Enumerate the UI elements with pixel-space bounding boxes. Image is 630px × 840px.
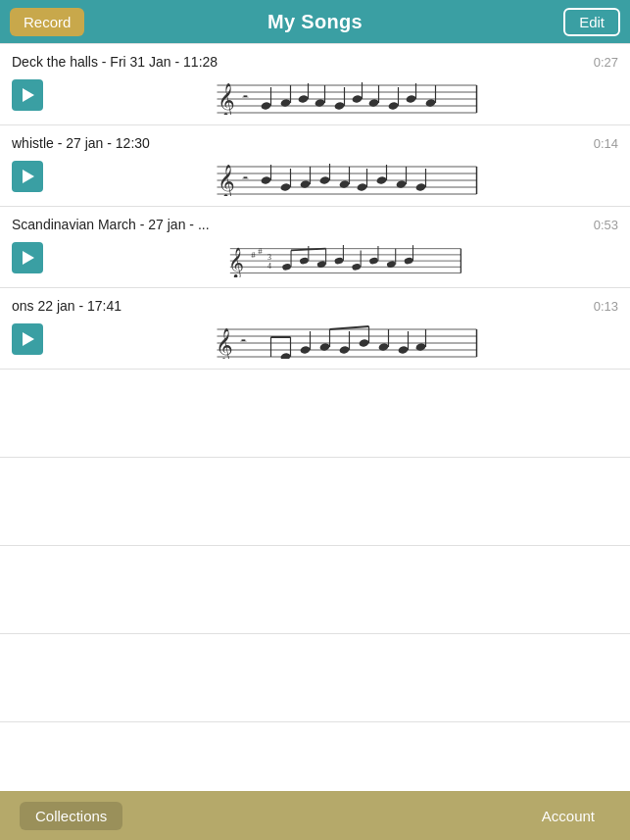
svg-point-47	[376, 175, 387, 184]
svg-text:#: #	[258, 246, 263, 256]
svg-point-23	[406, 94, 416, 103]
svg-point-45	[357, 182, 367, 191]
svg-point-17	[352, 94, 363, 103]
song-header-3: Scandinavian March - 27 jan - ... 0:53	[12, 217, 618, 232]
svg-text:𝄞: 𝄞	[218, 83, 235, 115]
svg-point-75	[368, 257, 378, 265]
song-item-3: Scandinavian March - 27 jan - ... 0:53 𝄞…	[0, 207, 630, 288]
svg-point-101	[359, 338, 369, 347]
song-player-2: 𝄞 𝄼	[12, 157, 618, 196]
svg-line-103	[330, 326, 369, 329]
song-player-4: 𝄞 𝄼	[12, 320, 618, 359]
play-icon-3	[23, 251, 34, 265]
music-notation-4: 𝄞 𝄼	[51, 320, 618, 359]
svg-point-64	[282, 263, 292, 271]
svg-text:𝄼: 𝄼	[240, 339, 247, 342]
record-button[interactable]: Record	[10, 8, 84, 36]
svg-point-21	[388, 101, 399, 110]
song-header-4: ons 22 jan - 17:41 0:13	[12, 298, 618, 314]
account-button[interactable]: Account	[526, 802, 610, 830]
song-title-4: ons 22 jan - 17:41	[12, 298, 121, 314]
play-icon-4	[23, 332, 34, 346]
song-list: Deck the halls - Fri 31 Jan - 11:28 0:27…	[0, 43, 630, 370]
play-icon-2	[23, 170, 34, 183]
music-notation-1: 𝄞 𝄼	[51, 75, 618, 115]
svg-point-7	[261, 101, 271, 110]
empty-rows	[0, 370, 630, 811]
play-icon-1	[23, 88, 34, 102]
svg-point-66	[299, 257, 309, 265]
song-title-1: Deck the halls - Fri 31 Jan - 11:28	[12, 54, 218, 70]
svg-point-106	[398, 345, 409, 354]
song-duration-1: 0:27	[594, 55, 618, 70]
song-title-3: Scandinavian March - 27 jan - ...	[12, 217, 210, 232]
svg-text:#: #	[251, 250, 256, 260]
svg-text:𝄼: 𝄼	[242, 95, 249, 98]
svg-point-15	[334, 101, 345, 110]
music-notation-3: 𝄞 # # 3 4	[51, 238, 618, 277]
empty-row-4	[0, 634, 630, 722]
edit-button[interactable]: Edit	[563, 8, 620, 36]
song-duration-3: 0:53	[594, 218, 618, 232]
svg-point-92	[280, 352, 291, 359]
svg-point-79	[404, 257, 413, 265]
svg-text:3: 3	[267, 253, 271, 262]
music-notation-2: 𝄞 𝄼	[51, 157, 618, 196]
empty-row-2	[0, 458, 630, 546]
play-button-4[interactable]	[12, 323, 43, 355]
play-button-3[interactable]	[12, 242, 43, 273]
empty-row-3	[0, 546, 630, 634]
svg-text:𝄞: 𝄞	[216, 328, 233, 359]
song-header-1: Deck the halls - Fri 31 Jan - 11:28 0:27	[12, 54, 618, 70]
play-button-2[interactable]	[12, 161, 43, 192]
svg-point-95	[300, 345, 311, 354]
svg-point-11	[298, 94, 309, 103]
svg-point-71	[334, 257, 344, 265]
song-header-2: whistle - 27 jan - 12:30 0:14	[12, 135, 618, 151]
song-duration-4: 0:13	[594, 299, 618, 314]
svg-point-41	[319, 175, 330, 184]
play-button-1[interactable]	[12, 79, 43, 111]
footer: Collections Account	[0, 791, 630, 840]
svg-point-73	[352, 263, 362, 271]
song-title-2: whistle - 27 jan - 12:30	[12, 135, 150, 151]
svg-text:4: 4	[267, 262, 271, 271]
svg-text:𝄼: 𝄼	[242, 176, 249, 179]
collections-button[interactable]: Collections	[20, 802, 122, 830]
song-item-1: Deck the halls - Fri 31 Jan - 11:28 0:27…	[0, 44, 630, 125]
svg-text:𝄞: 𝄞	[228, 247, 244, 277]
svg-point-35	[261, 175, 271, 184]
page-title: My Songs	[267, 11, 363, 33]
svg-point-51	[415, 182, 426, 191]
empty-row-1	[0, 370, 630, 458]
svg-point-99	[339, 345, 350, 354]
song-duration-2: 0:14	[594, 136, 618, 151]
song-player-3: 𝄞 # # 3 4	[12, 238, 618, 277]
svg-point-37	[280, 182, 291, 191]
song-item-4: ons 22 jan - 17:41 0:13 𝄞 𝄼	[0, 288, 630, 370]
song-player-1: 𝄞 𝄼	[12, 75, 618, 115]
header: Record My Songs Edit	[0, 0, 630, 43]
svg-text:𝄞: 𝄞	[218, 165, 235, 196]
song-item-2: whistle - 27 jan - 12:30 0:14 𝄞 𝄼	[0, 125, 630, 207]
